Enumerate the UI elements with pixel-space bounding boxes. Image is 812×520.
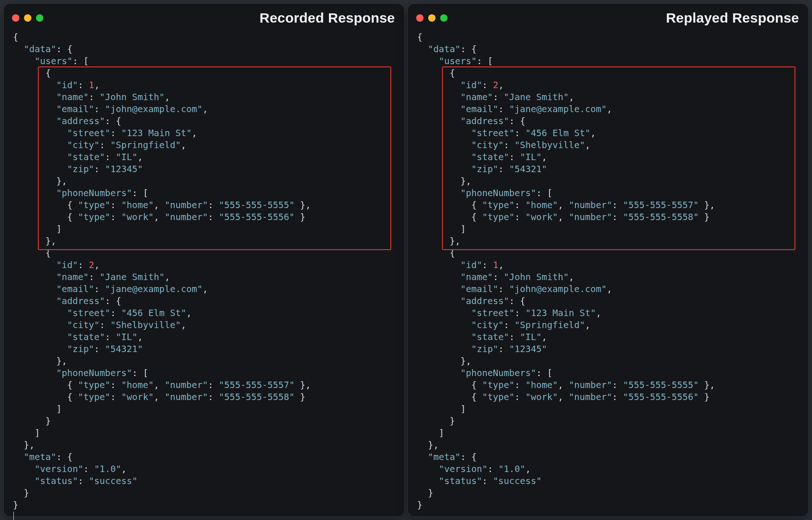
titlebar: Recorded Response <box>10 11 398 25</box>
close-icon[interactable] <box>12 14 19 22</box>
zoom-icon[interactable] <box>36 14 43 22</box>
window-title: Replayed Response <box>448 10 802 26</box>
titlebar: Replayed Response <box>414 11 802 25</box>
minimize-icon[interactable] <box>24 14 31 22</box>
minimize-icon[interactable] <box>428 14 436 22</box>
json-viewer[interactable]: { "data": { "users": [ { "id": 1, "name"… <box>13 31 395 520</box>
window-replayed: Replayed Response { "data": { "users": [… <box>408 4 808 516</box>
json-viewer[interactable]: { "data": { "users": [ { "id": 2, "name"… <box>417 31 799 511</box>
traffic-lights <box>414 14 448 22</box>
code-area-left: { "data": { "users": [ { "id": 1, "name"… <box>10 30 398 520</box>
stage: Recorded Response { "data": { "users": [… <box>0 0 812 520</box>
code-area-right: { "data": { "users": [ { "id": 2, "name"… <box>414 30 802 514</box>
window-title: Recorded Response <box>43 10 398 26</box>
traffic-lights <box>10 14 43 22</box>
text-caret <box>13 512 14 520</box>
zoom-icon[interactable] <box>440 14 448 22</box>
close-icon[interactable] <box>416 14 424 22</box>
window-recorded: Recorded Response { "data": { "users": [… <box>4 4 404 516</box>
